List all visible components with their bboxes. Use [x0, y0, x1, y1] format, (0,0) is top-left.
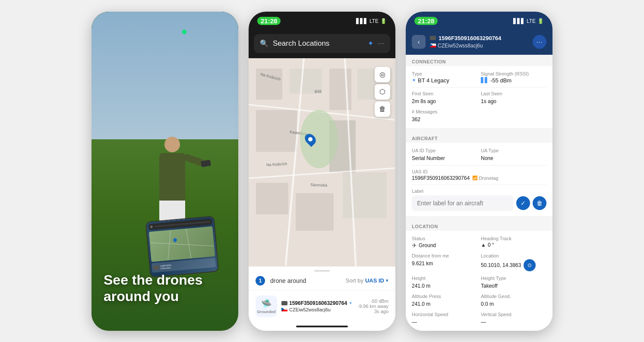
road-label-5: Sázovská [310, 183, 327, 188]
signal-bar-icon: ▋▋ [481, 77, 489, 83]
wifi-icon: 📶 [472, 176, 477, 180]
connection-card: Type ✦ BT 4 Legacy Signal Strength (RSSI… [406, 66, 552, 128]
detail-signal-icon: ▋▋▋ [513, 18, 525, 24]
bt-icon: ✦ [412, 77, 416, 83]
battery-icon: 🔋 [380, 18, 387, 24]
uas-id-value: 1596F350916063290764 [412, 175, 470, 181]
label-clear-button[interactable]: 🗑 [533, 196, 546, 210]
compass-button[interactable]: ◎ [375, 67, 390, 82]
drone-callsign: CZEiw52wss8acj6u [289, 307, 331, 312]
detail-lte-label: LTE [527, 18, 536, 24]
checkmark-icon: ✓ [521, 200, 526, 207]
label-confirm-button[interactable]: ✓ [516, 196, 530, 210]
ua-id-type-label: UA ID Type [412, 148, 477, 153]
height-value: 241.0 m [412, 283, 430, 289]
height-type-field: Height Type Takeoff [481, 276, 546, 289]
drone-count-row: 1 drone around Sort by UAS ID ▾ [249, 276, 395, 290]
vert-speed-label: Vertical Speed [481, 312, 546, 317]
sort-value: UAS ID [365, 277, 384, 284]
inner-phone: 1596F3509... CZEiw52w... [145, 216, 219, 277]
uas-id-field: UAS ID 1596F350916063290764 📶 Dronetag [412, 169, 546, 181]
distance-from-me-label: Distance from me [412, 253, 477, 258]
header-drone-icon [430, 36, 436, 40]
bluetooth-icon[interactable]: ✦ [368, 39, 373, 47]
alt-press-field: Altitude Press 241.0 m [412, 294, 477, 307]
first-seen-label: First Seen [412, 91, 477, 96]
drone-distance: -9.96 km away [357, 304, 388, 309]
back-icon: ‹ [418, 38, 420, 45]
type-field: Type ✦ BT 4 Legacy [412, 71, 477, 84]
divider-2 [412, 165, 546, 166]
drone-status-icon: 🛸 Grounded [256, 295, 277, 317]
drone-id-icon [281, 301, 287, 305]
map-controls: ◎ ⬡ 🗑 [375, 67, 390, 117]
drone-list-item[interactable]: 🛸 Grounded 1596F350916063290764 ✦ CZEiw5… [249, 290, 395, 322]
status-location-value: Ground [419, 242, 436, 248]
heading-value: 0 ° [488, 242, 494, 248]
status-location-label: Status [412, 236, 477, 241]
sort-label: Sort by [346, 277, 363, 284]
drone-meta: -50 dBm -9.96 km away 3s ago [357, 298, 388, 314]
detail-header: ‹ 1596F350916063290764 CZEiw52wss8acj6u … [406, 31, 552, 55]
sort-row[interactable]: Sort by UAS ID ▾ [346, 277, 388, 284]
map-status-bar: 21:28 ▋▋▋ LTE 🔋 [249, 12, 395, 31]
label-input[interactable] [412, 195, 514, 211]
drone-map-marker[interactable] [306, 133, 315, 145]
phone-map: 21:28 ▋▋▋ LTE 🔋 🔍 Search Locations ✦ ··· [249, 12, 395, 331]
location-value: 50.1010, 14.3863 [481, 262, 521, 268]
height-type-label: Height Type [481, 276, 546, 281]
location-field: Location 50.1010, 14.3863 ⊙ [481, 253, 546, 271]
type-value: BT 4 Legacy [418, 77, 449, 84]
location-label: Location [481, 253, 546, 258]
messages-value: 362 [412, 116, 420, 122]
heading-arrow-icon: ▲ [481, 242, 486, 248]
drone-around-text: drone around [270, 277, 306, 284]
aircraft-card: UA ID Type Serial Number UA Type None UA… [406, 143, 552, 216]
ua-type-field: UA Type None [481, 148, 546, 162]
distance-from-me-field: Distance from me 9.621 km [412, 253, 477, 271]
drone-signal: -50 dBm [357, 298, 388, 304]
more-dots-icon: ··· [537, 38, 543, 45]
back-button[interactable]: ‹ [412, 35, 426, 49]
trash-small-icon: 🗑 [537, 200, 543, 207]
sort-chevron-icon: ▾ [386, 278, 388, 283]
aircraft-section-header: AIRCRAFT [406, 132, 552, 143]
status-icons: ▋▋▋ LTE 🔋 [356, 18, 387, 24]
horiz-speed-field: Horizontal Speed — [412, 312, 477, 326]
ua-type-value: None [481, 155, 493, 161]
bottom-panel: 1 drone around Sort by UAS ID ▾ 🛸 Ground… [249, 267, 395, 331]
header-drone-info: 1596F350916063290764 CZEiw52wss8acj6u [430, 35, 528, 49]
messages-label: # Messages [412, 109, 477, 114]
header-flag-cz [430, 44, 436, 47]
last-seen-label: Last Seen [481, 91, 546, 96]
map-view[interactable]: Na Košicích Bílá Kaderlávova Na Košicích… [249, 58, 395, 267]
detail-more-button[interactable]: ··· [533, 35, 546, 49]
header-drone-id: 1596F350916063290764 [439, 35, 501, 41]
height-field: Height 241.0 m [412, 276, 477, 289]
vert-speed-value: — [481, 319, 486, 325]
alt-geod-label: Altitude Geod. [481, 294, 546, 299]
location-card: Status ✈ Ground Heading Track ▲ 0 ° [406, 231, 552, 331]
label-label: Label [412, 188, 546, 194]
status-time: 21:28 [257, 17, 281, 25]
search-input-label: Search Locations [273, 39, 363, 48]
heading-label: Heading Track [481, 236, 546, 241]
location-section-header: LOCATION [406, 220, 552, 231]
dronetag-label: Dronetag [479, 176, 498, 181]
last-seen-field: Last Seen 1s ago [481, 91, 546, 105]
drone-status-text: Grounded [257, 310, 276, 314]
location-navigate-button[interactable]: ⊙ [524, 259, 536, 271]
layers-button[interactable]: ⬡ [375, 84, 390, 100]
target-icon: ⊙ [527, 262, 532, 268]
search-bar[interactable]: 🔍 Search Locations ✦ ··· [254, 34, 390, 53]
detail-status-icons: ▋▋▋ LTE 🔋 [513, 18, 544, 24]
signal-value: -55 dBm [490, 77, 511, 84]
trash-button[interactable]: 🗑 [375, 101, 390, 117]
distance-from-me-value: 9.621 km [412, 260, 433, 267]
more-options-icon[interactable]: ··· [378, 39, 384, 48]
header-callsign: CZEiw52wss8acj6u [438, 43, 483, 49]
drone-age: 3s ago [357, 309, 388, 314]
detail-scroll[interactable]: CONNECTION Type ✦ BT 4 Legacy Signal Str… [406, 55, 552, 331]
drone-count-badge: 1 [256, 276, 265, 286]
signal-field: Signal Strength (RSSI) ▋▋ -55 dBm [481, 71, 546, 84]
